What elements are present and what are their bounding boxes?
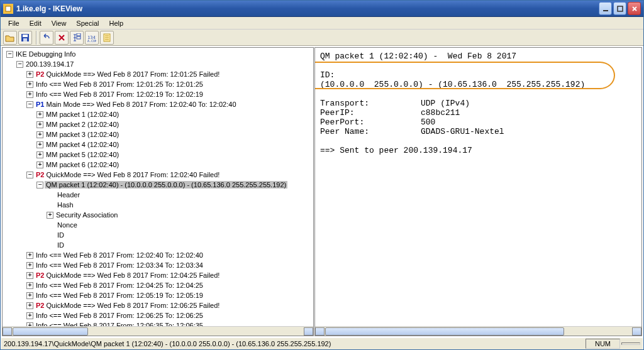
- expand-icon[interactable]: +: [36, 121, 43, 128]
- tree-root[interactable]: − IKE Debugging Info: [4, 49, 312, 59]
- svg-rect-6: [23, 38, 27, 41]
- scroll-right-icon[interactable]: [304, 327, 313, 336]
- expand-icon[interactable]: +: [36, 141, 43, 148]
- tree-item[interactable]: +Info <== Wed Feb 8 2017 From: 12:03:34 …: [4, 260, 312, 270]
- tree-item[interactable]: ID: [4, 240, 312, 250]
- tree-item-label: P2 QuickMode ==> Wed Feb 8 2017 From: 12…: [35, 171, 221, 178]
- tree-item-label: P1 Main Mode ==> Wed Feb 8 2017 From: 12…: [35, 101, 238, 108]
- menu-file[interactable]: File: [3, 18, 25, 28]
- expand-icon[interactable]: −: [16, 61, 23, 68]
- menu-view[interactable]: View: [47, 18, 72, 28]
- tree-item-label: Info <== Wed Feb 8 2017 From: 12:02:40 T…: [35, 251, 204, 259]
- expand-icon[interactable]: +: [36, 111, 43, 118]
- save-button[interactable]: [18, 31, 32, 45]
- tree-item[interactable]: +Info <== Wed Feb 8 2017 From: 12:04:25 …: [4, 280, 312, 290]
- menu-special[interactable]: Special: [71, 18, 104, 28]
- expand-icon[interactable]: −: [26, 101, 33, 108]
- expand-icon[interactable]: +: [26, 272, 33, 279]
- tree-item-label: ID: [56, 231, 65, 239]
- tree-item[interactable]: +Info <== Wed Feb 8 2017 From: 12:01:25 …: [4, 79, 312, 89]
- svg-text:A.COM: A.COM: [87, 39, 96, 42]
- tree-item[interactable]: +P2 QuickMode ==> Wed Feb 8 2017 From: 1…: [4, 69, 312, 79]
- tree[interactable]: − IKE Debugging Info − 200.139.194.17 +P…: [3, 48, 313, 336]
- h-scrollbar[interactable]: [315, 326, 641, 336]
- scroll-left-icon[interactable]: [315, 327, 325, 336]
- menu-edit[interactable]: Edit: [25, 18, 47, 28]
- tree-item[interactable]: +Info <== Wed Feb 8 2017 From: 12:02:40 …: [4, 250, 312, 260]
- tree-ip[interactable]: − 200.139.194.17: [4, 59, 312, 69]
- notes-button[interactable]: [100, 31, 114, 45]
- tree-item[interactable]: ID: [4, 230, 312, 240]
- undo-button[interactable]: [40, 31, 53, 45]
- status-bar: 200.139.194.17\QuickMode\QM packet 1 (12…: [1, 337, 643, 349]
- tree-item[interactable]: +P2 QuickMode ==> Wed Feb 8 2017 From: 1…: [4, 300, 312, 310]
- tree-item-label: Info <== Wed Feb 8 2017 From: 12:06:25 T…: [35, 312, 204, 319]
- status-empty: [621, 342, 640, 345]
- tree-item[interactable]: +MM packet 4 (12:02:40): [4, 139, 312, 150]
- tree-item[interactable]: Hash: [4, 200, 312, 210]
- expand-icon[interactable]: +: [26, 292, 33, 299]
- detail-kv: PeerPort:500: [320, 118, 435, 127]
- expand-icon[interactable]: +: [36, 131, 43, 138]
- expand-icon[interactable]: +: [36, 151, 43, 158]
- expand-icon[interactable]: +: [26, 252, 33, 259]
- expand-icon[interactable]: +: [26, 81, 33, 88]
- tree-item-label: P2 QuickMode ==> Wed Feb 8 2017 From: 12…: [35, 70, 221, 78]
- scroll-left-icon[interactable]: [3, 327, 12, 336]
- toolbar: 1341A.COM: [1, 30, 643, 46]
- expand-icon[interactable]: +: [26, 302, 33, 309]
- svg-rect-7: [77, 33, 80, 36]
- expand-icon[interactable]: +: [26, 312, 33, 319]
- expand-icon[interactable]: −: [6, 51, 13, 58]
- open-button[interactable]: [3, 31, 17, 45]
- tree-item[interactable]: +Info <== Wed Feb 8 2017 From: 12:02:19 …: [4, 89, 312, 99]
- tree-item[interactable]: − P2 QuickMode ==> Wed Feb 8 2017 From: …: [4, 170, 312, 180]
- minimize-button[interactable]: [599, 2, 612, 15]
- detail-sent: ==> Sent to peer 200.139.194.17: [320, 146, 472, 155]
- tree-item[interactable]: +Info <== Wed Feb 8 2017 From: 12:05:19 …: [4, 290, 312, 300]
- scroll-thumb[interactable]: [325, 327, 564, 336]
- tree-item-label: Info <== Wed Feb 8 2017 From: 12:02:19 T…: [35, 90, 204, 98]
- status-path: 200.139.194.17\QuickMode\QM packet 1 (12…: [4, 340, 584, 347]
- expand-icon[interactable]: +: [47, 212, 53, 219]
- toolbar-divider: [36, 31, 37, 45]
- maximize-button[interactable]: [613, 2, 626, 15]
- svg-rect-8: [77, 36, 80, 39]
- scroll-right-icon[interactable]: [632, 327, 641, 336]
- tree-item-selected[interactable]: − QM packet 1 (12:02:40) - (10.0.0.0 255…: [4, 180, 312, 190]
- close-button[interactable]: [628, 2, 641, 15]
- tree-item[interactable]: +Security Association: [4, 210, 312, 220]
- tree-button[interactable]: [70, 31, 84, 45]
- expand-icon[interactable]: +: [26, 91, 33, 98]
- tree-item[interactable]: +MM packet 1 (12:02:40): [4, 109, 312, 119]
- expand-icon[interactable]: −: [26, 172, 33, 178]
- goto-button[interactable]: 1341A.COM: [85, 31, 99, 45]
- tree-item[interactable]: +MM packet 6 (12:02:40): [4, 160, 312, 170]
- tree-item-label: MM packet 3 (12:02:40): [45, 131, 120, 138]
- expand-icon[interactable]: +: [36, 161, 43, 168]
- tree-item[interactable]: +MM packet 2 (12:02:40): [4, 119, 312, 129]
- detail-kv: Transport:UDP (IPv4): [320, 99, 470, 108]
- tree-item[interactable]: Nonce: [4, 220, 312, 230]
- app-icon: [3, 4, 13, 14]
- tree-item[interactable]: −P1 Main Mode ==> Wed Feb 8 2017 From: 1…: [4, 99, 312, 109]
- tree-item[interactable]: +P2 QuickMode ==> Wed Feb 8 2017 From: 1…: [4, 270, 312, 280]
- tree-item[interactable]: +MM packet 5 (12:02:40): [4, 150, 312, 160]
- tree-item[interactable]: Header: [4, 190, 312, 200]
- expand-icon[interactable]: +: [26, 282, 33, 289]
- svg-rect-3: [618, 6, 623, 11]
- h-scrollbar[interactable]: [3, 326, 313, 336]
- detail-id-label: ID:: [320, 70, 335, 80]
- menu-help[interactable]: Help: [104, 18, 128, 28]
- expand-icon[interactable]: +: [26, 262, 33, 269]
- delete-button[interactable]: [55, 31, 69, 45]
- svg-rect-2: [603, 10, 608, 11]
- svg-rect-1: [6, 6, 11, 11]
- tree-item[interactable]: +Info <== Wed Feb 8 2017 From: 12:06:25 …: [4, 310, 312, 320]
- tree-item-label: MM packet 4 (12:02:40): [45, 141, 120, 148]
- scroll-thumb[interactable]: [13, 327, 88, 336]
- expand-icon[interactable]: +: [26, 71, 33, 78]
- tree-item-label: QM packet 1 (12:02:40) - (10.0.0.0 255.0…: [45, 181, 287, 189]
- tree-item[interactable]: +MM packet 3 (12:02:40): [4, 129, 312, 139]
- expand-icon[interactable]: −: [36, 182, 43, 189]
